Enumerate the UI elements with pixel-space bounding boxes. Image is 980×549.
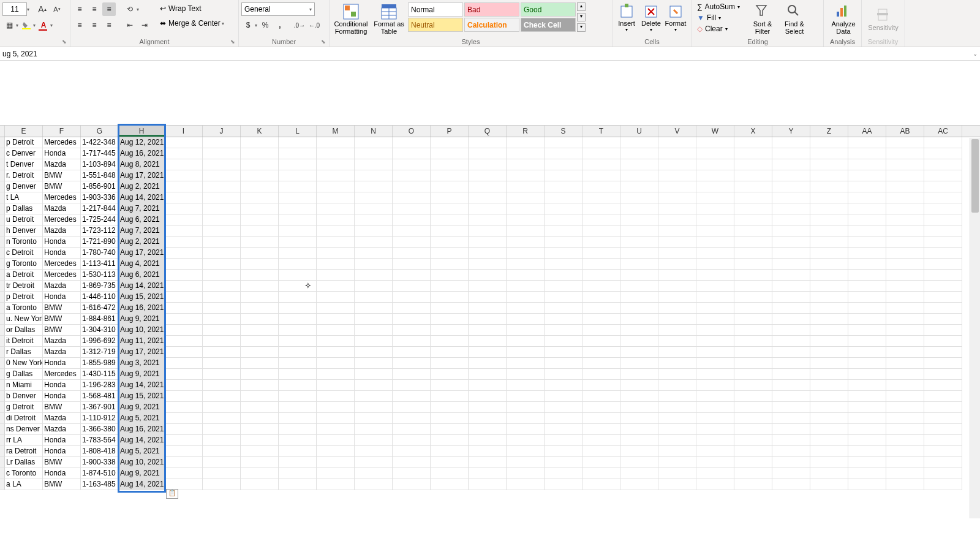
cell[interactable] bbox=[393, 424, 431, 435]
cell[interactable]: 1-616-472 bbox=[81, 303, 119, 314]
cell[interactable] bbox=[545, 137, 582, 148]
cell[interactable] bbox=[279, 358, 317, 369]
cell[interactable] bbox=[924, 170, 962, 181]
cell[interactable] bbox=[279, 402, 317, 413]
cell[interactable] bbox=[696, 314, 734, 325]
cell[interactable] bbox=[507, 303, 545, 314]
cell[interactable] bbox=[317, 203, 355, 214]
cell[interactable] bbox=[431, 413, 469, 424]
cell[interactable]: ns Denver bbox=[5, 424, 43, 435]
cell[interactable]: Aug 17, 2021 bbox=[119, 170, 165, 181]
row-header[interactable] bbox=[0, 192, 5, 203]
cell[interactable] bbox=[431, 424, 469, 435]
cell[interactable] bbox=[317, 181, 355, 192]
cell[interactable]: Aug 7, 2021 bbox=[119, 225, 165, 237]
cell[interactable]: Honda bbox=[43, 248, 81, 259]
cell[interactable]: Aug 4, 2021 bbox=[119, 259, 165, 270]
column-header-Q[interactable]: Q bbox=[469, 126, 507, 137]
cell[interactable] bbox=[886, 413, 924, 424]
cell[interactable] bbox=[317, 303, 355, 314]
cell[interactable] bbox=[734, 159, 772, 170]
cell[interactable] bbox=[848, 402, 886, 413]
cell[interactable] bbox=[393, 380, 431, 391]
cell[interactable] bbox=[355, 259, 393, 270]
cell[interactable] bbox=[810, 391, 848, 402]
gallery-prev-icon[interactable]: ▴ bbox=[577, 2, 586, 11]
cell[interactable] bbox=[848, 347, 886, 358]
cell[interactable] bbox=[545, 380, 582, 391]
cell[interactable] bbox=[772, 424, 810, 435]
cell[interactable]: 1-780-740 bbox=[81, 248, 119, 259]
cell[interactable] bbox=[279, 325, 317, 336]
column-header-E[interactable]: E bbox=[5, 126, 43, 137]
cell[interactable] bbox=[696, 446, 734, 457]
cell[interactable] bbox=[203, 369, 241, 380]
cell[interactable] bbox=[279, 391, 317, 402]
vertical-scrollbar[interactable] bbox=[970, 138, 980, 518]
cell[interactable]: 1-855-989 bbox=[81, 358, 119, 369]
cell[interactable] bbox=[203, 248, 241, 259]
cell[interactable] bbox=[469, 225, 507, 237]
cell[interactable] bbox=[810, 292, 848, 303]
cell[interactable] bbox=[355, 468, 393, 479]
cell[interactable] bbox=[848, 413, 886, 424]
cell[interactable] bbox=[203, 380, 241, 391]
cell[interactable] bbox=[545, 391, 582, 402]
cell[interactable] bbox=[810, 281, 848, 292]
cell[interactable] bbox=[696, 192, 734, 203]
cell[interactable] bbox=[545, 270, 582, 281]
cell[interactable] bbox=[734, 314, 772, 325]
cell[interactable] bbox=[886, 259, 924, 270]
cell[interactable]: Aug 9, 2021 bbox=[119, 468, 165, 479]
cell[interactable] bbox=[469, 468, 507, 479]
cell[interactable] bbox=[696, 435, 734, 446]
row-header[interactable] bbox=[0, 281, 5, 292]
cell[interactable] bbox=[165, 380, 203, 391]
cell[interactable] bbox=[886, 424, 924, 435]
cell[interactable] bbox=[317, 192, 355, 203]
cell[interactable] bbox=[203, 325, 241, 336]
chevron-down-icon[interactable]: ▾ bbox=[16, 23, 18, 28]
increase-decimal-icon[interactable]: .0→ bbox=[293, 18, 306, 32]
cell[interactable]: or Dallas bbox=[5, 325, 43, 336]
cell[interactable]: 1-725-244 bbox=[81, 214, 119, 225]
cell[interactable]: BMW bbox=[43, 457, 81, 468]
cell[interactable] bbox=[772, 347, 810, 358]
cell[interactable]: n Miami bbox=[5, 380, 43, 391]
cell[interactable]: Mercedes bbox=[43, 137, 81, 148]
cell[interactable] bbox=[317, 446, 355, 457]
cell[interactable] bbox=[431, 446, 469, 457]
cell[interactable] bbox=[696, 424, 734, 435]
cell[interactable]: Aug 9, 2021 bbox=[119, 314, 165, 325]
cell[interactable] bbox=[203, 336, 241, 347]
chevron-down-icon[interactable]: ▾ bbox=[33, 23, 36, 28]
cell[interactable] bbox=[241, 358, 279, 369]
cell[interactable] bbox=[696, 402, 734, 413]
cell[interactable]: 1-551-848 bbox=[81, 170, 119, 181]
cell[interactable] bbox=[620, 181, 658, 192]
cell[interactable] bbox=[431, 347, 469, 358]
cell[interactable] bbox=[772, 214, 810, 225]
cell[interactable] bbox=[772, 270, 810, 281]
cell[interactable] bbox=[620, 214, 658, 225]
chevron-down-icon[interactable]: ▾ bbox=[27, 7, 29, 12]
cell[interactable] bbox=[545, 358, 582, 369]
cell[interactable] bbox=[658, 336, 696, 347]
cell[interactable] bbox=[431, 225, 469, 237]
cell[interactable] bbox=[620, 446, 658, 457]
cell[interactable] bbox=[848, 358, 886, 369]
cell[interactable] bbox=[810, 137, 848, 148]
cell[interactable] bbox=[507, 181, 545, 192]
row-header[interactable] bbox=[0, 292, 5, 303]
cell[interactable] bbox=[582, 170, 620, 181]
cell[interactable] bbox=[203, 281, 241, 292]
cell[interactable] bbox=[469, 347, 507, 358]
font-size-input[interactable] bbox=[2, 2, 27, 16]
cell[interactable]: tr Detroit bbox=[5, 281, 43, 292]
cell[interactable] bbox=[241, 159, 279, 170]
cell[interactable] bbox=[317, 369, 355, 380]
cell[interactable] bbox=[355, 248, 393, 259]
cell[interactable] bbox=[582, 446, 620, 457]
cell[interactable] bbox=[241, 336, 279, 347]
cell[interactable] bbox=[393, 292, 431, 303]
